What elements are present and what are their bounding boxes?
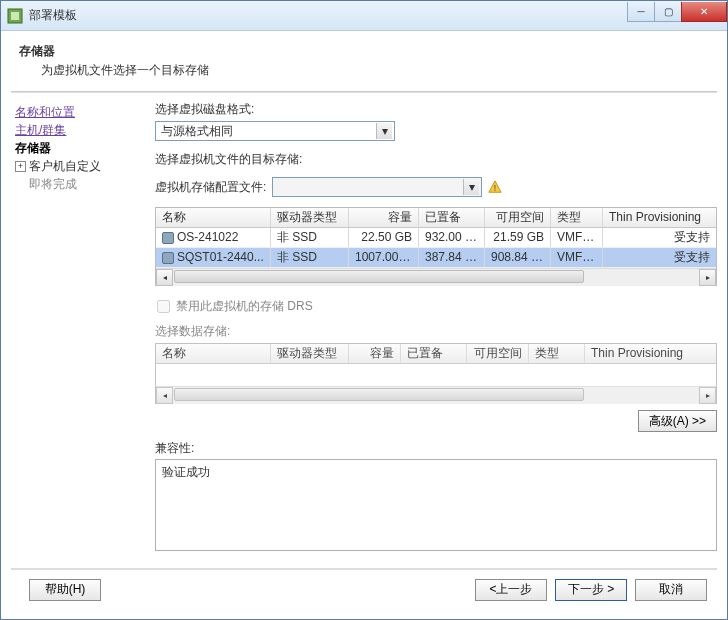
warning-icon: ! — [488, 180, 502, 194]
advanced-button[interactable]: 高级(A) >> — [638, 410, 717, 432]
scroll-right-icon[interactable]: ▸ — [699, 269, 716, 286]
disable-drs-checkbox — [157, 300, 170, 313]
dialog-window: 部署模板 ─ ▢ ✕ 存储器 为虚拟机文件选择一个目标存储 名称和位置 主机/群… — [0, 0, 728, 620]
disable-drs-label: 禁用此虚拟机的存储 DRS — [176, 298, 313, 315]
step-guest-customization[interactable]: + 客户机自定义 — [15, 157, 147, 175]
horizontal-scrollbar[interactable]: ◂ ▸ — [156, 268, 716, 285]
table-row[interactable]: SQST01-2440... 非 SSD 1007.00 GB 387.84 G… — [156, 248, 716, 268]
step-host-cluster[interactable]: 主机/群集 — [15, 121, 147, 139]
svg-rect-1 — [11, 12, 19, 20]
plus-icon[interactable]: + — [15, 161, 26, 172]
app-icon — [7, 8, 23, 24]
table-row[interactable]: OS-241022 非 SSD 22.50 GB 932.00 MB 21.59… — [156, 228, 716, 248]
scroll-right-icon: ▸ — [699, 387, 716, 404]
back-button[interactable]: <上一步 — [475, 579, 547, 601]
close-button[interactable]: ✕ — [681, 2, 727, 22]
col-name[interactable]: 名称 — [156, 208, 271, 227]
cancel-button[interactable]: 取消 — [635, 579, 707, 601]
datastore-icon — [162, 232, 174, 244]
select-datastore-label: 选择数据存储: — [155, 323, 717, 340]
datastore-table: 名称 驱动器类型 容量 已置备 可用空间 类型 Thin Provisionin… — [155, 207, 717, 286]
step-name-location[interactable]: 名称和位置 — [15, 103, 147, 121]
col-capacity[interactable]: 容量 — [349, 208, 419, 227]
wizard-body: 名称和位置 主机/群集 存储器 + 客户机自定义 即将完成 选择虚拟磁盘格式: … — [11, 101, 717, 569]
datastore-icon — [162, 252, 174, 264]
vm-profile-label: 虚拟机存储配置文件: — [155, 179, 266, 196]
disk-format-label: 选择虚拟磁盘格式: — [155, 101, 717, 118]
disk-format-select[interactable]: 与源格式相同 ▾ — [155, 121, 395, 141]
compatibility-text: 验证成功 — [162, 465, 210, 479]
maximize-button[interactable]: ▢ — [654, 2, 682, 22]
disable-drs-row: 禁用此虚拟机的存储 DRS — [157, 298, 717, 315]
col-drive[interactable]: 驱动器类型 — [271, 208, 349, 227]
page-title: 存储器 — [19, 43, 709, 60]
compatibility-output: 验证成功 — [155, 459, 717, 551]
wizard-header: 存储器 为虚拟机文件选择一个目标存储 — [11, 39, 717, 89]
col-provisioned[interactable]: 已置备 — [419, 208, 485, 227]
target-storage-label: 选择虚拟机文件的目标存储: — [155, 151, 717, 168]
col-type[interactable]: 类型 — [551, 208, 603, 227]
step-ready: 即将完成 — [15, 175, 147, 193]
scroll-left-icon[interactable]: ◂ — [156, 269, 173, 286]
compatibility-label: 兼容性: — [155, 440, 717, 457]
vm-profile-select[interactable]: ▾ — [272, 177, 482, 197]
secondary-datastore-table: 名称 驱动器类型 容量 已置备 可用空间 类型 Thin Provisionin… — [155, 343, 717, 404]
svg-text:!: ! — [494, 183, 496, 193]
disk-format-value: 与源格式相同 — [158, 123, 233, 140]
header-divider — [11, 91, 717, 93]
scroll-left-icon: ◂ — [156, 387, 173, 404]
page-subtitle: 为虚拟机文件选择一个目标存储 — [19, 62, 709, 79]
help-button[interactable]: 帮助(H) — [29, 579, 101, 601]
wizard-footer: 帮助(H) <上一步 下一步 > 取消 — [11, 569, 717, 609]
minimize-button[interactable]: ─ — [627, 2, 655, 22]
col-free[interactable]: 可用空间 — [485, 208, 551, 227]
titlebar: 部署模板 ─ ▢ ✕ — [1, 1, 727, 31]
horizontal-scrollbar: ◂ ▸ — [156, 386, 716, 403]
content-area: 存储器 为虚拟机文件选择一个目标存储 名称和位置 主机/群集 存储器 + 客户机… — [1, 31, 727, 619]
step-storage: 存储器 — [15, 139, 147, 157]
table-body: OS-241022 非 SSD 22.50 GB 932.00 MB 21.59… — [156, 228, 716, 268]
col-thin[interactable]: Thin Provisioning — [603, 208, 716, 227]
window-controls: ─ ▢ ✕ — [628, 2, 727, 22]
chevron-down-icon: ▾ — [376, 123, 392, 139]
window-title: 部署模板 — [29, 7, 628, 24]
chevron-down-icon: ▾ — [463, 179, 479, 195]
table-header: 名称 驱动器类型 容量 已置备 可用空间 类型 Thin Provisionin… — [156, 208, 716, 228]
next-button[interactable]: 下一步 > — [555, 579, 627, 601]
wizard-steps: 名称和位置 主机/群集 存储器 + 客户机自定义 即将完成 — [11, 101, 151, 562]
main-panel: 选择虚拟磁盘格式: 与源格式相同 ▾ 选择虚拟机文件的目标存储: 虚拟机存储配置… — [151, 101, 717, 562]
step-guest-label: 客户机自定义 — [29, 157, 101, 175]
